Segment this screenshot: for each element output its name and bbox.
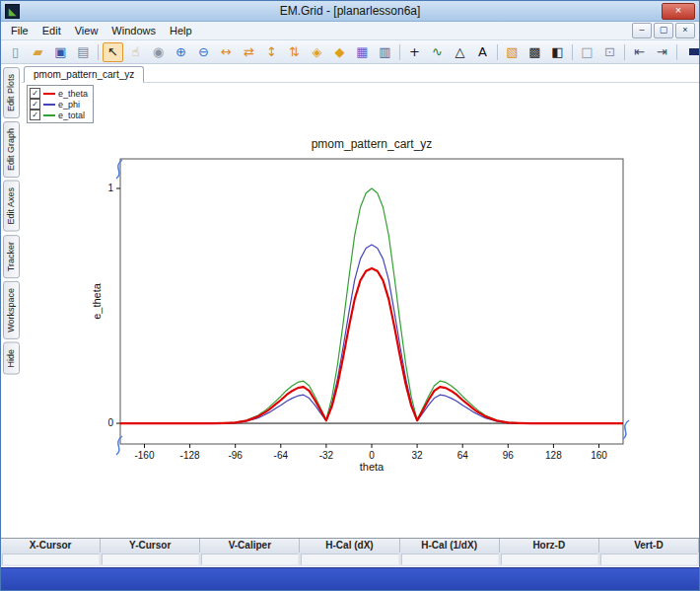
zoom-window-icon[interactable]: ◉ <box>148 42 169 62</box>
x-tick-label: 160 <box>591 450 607 461</box>
legend-item-e-phi[interactable]: ✓ e_phi <box>30 99 88 110</box>
toolbar-separator <box>399 44 400 60</box>
legend-line-swatch <box>43 93 55 95</box>
document-tab-bar: pmom_pattern_cart_yz <box>22 64 699 83</box>
grid-settings-icon[interactable]: ▦ <box>352 42 373 62</box>
legend-item-e-theta[interactable]: ✓ e_theta <box>30 88 88 99</box>
mdi-close-button[interactable]: × <box>675 23 695 38</box>
delta-marker-icon[interactable]: △ <box>450 42 470 62</box>
status-col-vert-d: Vert-D <box>599 539 699 553</box>
icon-glyph: △ <box>455 45 465 58</box>
layout-dropdown[interactable]: Layout ▾ <box>685 45 700 59</box>
sidebar-tab-tracker[interactable]: Tracker <box>3 235 20 278</box>
icon-glyph: □ <box>581 45 593 58</box>
x-tick-label: -160 <box>134 450 154 461</box>
series-e_phi <box>120 245 623 423</box>
title-bar: ◣ EM.Grid - [planarlesson6a] × <box>1 1 699 22</box>
menu-windows[interactable]: Windows <box>105 24 163 37</box>
icon-glyph: ◧ <box>551 45 563 58</box>
toolbar-separator <box>624 44 625 60</box>
open-folder-icon[interactable]: ▰ <box>28 42 48 62</box>
status-col-h-cal-1-dx: H-Cal (1/dX) <box>400 539 500 553</box>
icon-glyph: ◆ <box>335 45 345 58</box>
legend-line-swatch <box>43 114 55 116</box>
mdi-window-buttons: – ▢ × <box>632 23 695 38</box>
autoscale-icon[interactable]: ◈ <box>307 42 327 62</box>
toolbar-separator <box>497 44 498 60</box>
cursor-status-bar: X-Cursor Y-Cursor V-Caliper H-Cal (dX) H… <box>1 538 699 567</box>
sidebar-tab-hide[interactable]: Hide <box>3 342 20 375</box>
status-value-cell <box>600 554 698 565</box>
text-annotation-icon[interactable]: A <box>472 42 493 62</box>
icon-glyph: ▣ <box>54 45 66 58</box>
expand-y-icon[interactable]: ↕ <box>261 42 282 62</box>
legend-line-swatch <box>43 104 55 106</box>
legend-checkbox[interactable]: ✓ <box>30 99 40 110</box>
menu-bar: File Edit View Windows Help – ▢ × <box>1 22 699 40</box>
menu-list: File Edit View Windows Help <box>4 24 199 37</box>
icon-glyph: ⇤ <box>634 45 645 58</box>
zoom-in-icon[interactable]: ⊕ <box>171 42 191 62</box>
zoom-out-icon[interactable]: ⊖ <box>193 42 214 62</box>
plot-canvas[interactable]: ✓ e_theta ✓ e_phi <box>22 83 699 538</box>
menu-view[interactable]: View <box>68 24 105 37</box>
shrink-x-icon[interactable]: ⇄ <box>239 42 259 62</box>
axis-handle[interactable] <box>116 160 122 179</box>
legend-checkbox[interactable]: ✓ <box>30 110 40 120</box>
menu-help[interactable]: Help <box>163 24 199 37</box>
icon-glyph: ⇅ <box>289 45 300 58</box>
icon-glyph: ▩ <box>528 45 540 58</box>
sidebar-tabstrip: Edit Plots Edit Graph Edit Axes Tracker … <box>1 64 22 538</box>
toolbar-separator <box>98 44 99 60</box>
select-all-icon[interactable]: ⊡ <box>599 42 620 62</box>
select-region-icon[interactable]: □ <box>577 42 597 62</box>
mdi-minimize-button[interactable]: – <box>632 23 652 38</box>
x-axis-label: theta <box>360 461 385 473</box>
legend-checkbox[interactable]: ✓ <box>30 88 40 99</box>
zoom-extents-icon[interactable]: ◆ <box>329 42 350 62</box>
expand-x-icon[interactable]: ↔ <box>216 42 237 62</box>
sidebar-tab-workspace[interactable]: Workspace <box>3 281 20 339</box>
colormap-icon[interactable]: ▩ <box>525 42 545 62</box>
align-right-icon[interactable]: ⇥ <box>652 42 672 62</box>
content-area: Edit Plots Edit Graph Edit Axes Tracker … <box>1 64 699 538</box>
sidebar-tab-edit-axes[interactable]: Edit Axes <box>3 181 20 232</box>
axis-handle[interactable] <box>623 420 629 439</box>
menu-file[interactable]: File <box>4 24 35 37</box>
icon-glyph: ☝ <box>132 45 140 58</box>
new-file-icon[interactable]: ▯ <box>5 42 26 62</box>
icon-glyph: ▰ <box>34 45 43 58</box>
chart[interactable]: -160-128-96-64-32032649612816001pmom_pat… <box>91 133 663 488</box>
icon-glyph: ▤ <box>77 45 89 58</box>
print-icon[interactable]: ▤ <box>73 42 94 62</box>
icon-glyph: A <box>478 45 487 58</box>
icon-glyph: ∿ <box>432 45 443 58</box>
curve-trace-icon[interactable]: ∿ <box>427 42 448 62</box>
status-value-cell <box>201 554 299 565</box>
status-value-cell <box>401 554 499 565</box>
pan-hand-icon[interactable]: ☝ <box>125 42 146 62</box>
image-export-icon[interactable]: ▧ <box>502 42 523 62</box>
align-left-icon[interactable]: ⇤ <box>629 42 650 62</box>
mdi-restore-button[interactable]: ▢ <box>654 23 673 38</box>
axis-handle[interactable] <box>116 436 122 455</box>
plot-settings-icon[interactable]: ▥ <box>375 42 395 62</box>
status-value-cell <box>2 554 100 565</box>
select-cursor-icon[interactable]: ↖ <box>103 42 123 62</box>
shrink-y-icon[interactable]: ⇅ <box>284 42 305 62</box>
legend-item-e-total[interactable]: ✓ e_total <box>30 110 88 120</box>
x-tick-label: -128 <box>180 450 200 461</box>
main-panel: pmom_pattern_cart_yz ✓ e_theta <box>22 64 699 538</box>
menu-edit[interactable]: Edit <box>35 24 68 37</box>
document-tab[interactable]: pmom_pattern_cart_yz <box>24 66 144 83</box>
window-close-button[interactable]: × <box>662 3 695 20</box>
sidebar-tab-edit-plots[interactable]: Edit Plots <box>3 67 20 118</box>
sidebar-tab-edit-graph[interactable]: Edit Graph <box>3 121 20 178</box>
icon-glyph: ▧ <box>506 45 518 58</box>
icon-glyph: ▦ <box>356 45 368 58</box>
icon-glyph: ⊕ <box>175 45 186 58</box>
invert-plot-icon[interactable]: ◧ <box>547 42 568 62</box>
save-icon[interactable]: ▣ <box>50 42 71 62</box>
crosshair-icon[interactable]: + <box>404 42 425 62</box>
x-tick-label: 64 <box>457 450 469 461</box>
